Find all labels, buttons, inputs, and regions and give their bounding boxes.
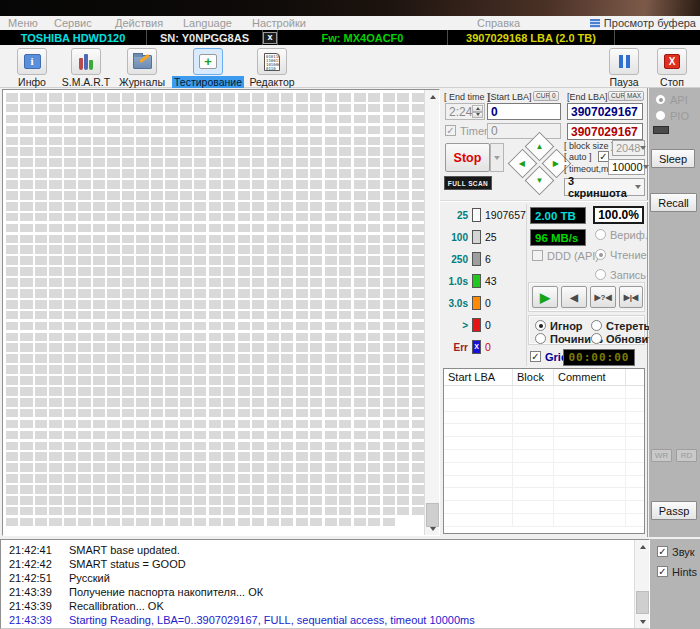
scan-block-cell [49, 235, 61, 244]
scan-block-cell [180, 463, 192, 472]
log-scrollbar[interactable] [634, 540, 649, 628]
menu-item-settings[interactable]: Настройки [248, 17, 310, 29]
scan-block-cell [107, 442, 119, 451]
defect-table-row[interactable] [444, 501, 644, 514]
block-size-select[interactable]: 2048 [612, 140, 645, 156]
scan-block-cell [107, 365, 119, 374]
wr-button[interactable]: WR [651, 449, 672, 462]
scan-block-cell [151, 300, 163, 309]
scan-block-cell [412, 147, 424, 156]
start-lba-zero-button[interactable]: 0 [549, 91, 559, 101]
scan-block-cell [310, 224, 322, 233]
ddd-checkbox[interactable] [532, 250, 543, 261]
start-lba-input[interactable]: 0 [487, 103, 561, 120]
defect-table-row[interactable] [444, 437, 644, 450]
scan-block-cell [35, 431, 47, 440]
defect-table-row[interactable] [444, 476, 644, 489]
scan-block-cell [64, 420, 76, 429]
scan-block-cell [78, 278, 90, 287]
menu-item-service[interactable]: Сервис [50, 17, 96, 29]
scan-block-cell [281, 354, 293, 363]
sleep-button[interactable]: Sleep [651, 149, 695, 168]
reverse-button[interactable]: ◀ [561, 286, 587, 308]
repair-radio[interactable] [535, 333, 546, 344]
write-radio[interactable] [595, 269, 606, 280]
rd-button[interactable]: RD [676, 449, 697, 462]
defect-table-row[interactable] [444, 399, 644, 412]
timer-checkbox[interactable]: ✓ [445, 125, 456, 136]
log-scroll-thumb[interactable] [636, 591, 649, 614]
scroll-down-icon[interactable] [425, 522, 440, 535]
scan-scrollbar[interactable] [424, 90, 439, 535]
pause-button[interactable]: Пауза [601, 48, 647, 88]
passp-button[interactable]: Passp [651, 501, 697, 520]
end-time-spin-buttons[interactable] [472, 105, 483, 118]
scan-block-cell [368, 474, 380, 483]
menu-item-menu[interactable]: Меню [4, 17, 42, 29]
scan-block-cell [64, 365, 76, 374]
defect-table-row[interactable] [444, 412, 644, 425]
play-button[interactable]: ▶ [532, 286, 558, 308]
erase-radio[interactable] [591, 320, 602, 331]
scan-block-cell [180, 180, 192, 189]
defect-table-row[interactable] [444, 424, 644, 437]
scan-block-cell [238, 256, 250, 265]
scan-block-cell [107, 496, 119, 505]
api-radio[interactable] [655, 94, 666, 105]
timeout-select[interactable]: 10000 [608, 159, 645, 175]
screenshots-select[interactable]: 3 скриншота [564, 178, 645, 196]
column-comment[interactable]: Comment [554, 369, 626, 385]
sound-checkbox[interactable]: ✓ [657, 546, 668, 557]
scroll-down-icon[interactable] [635, 615, 650, 628]
scan-block-cell [35, 235, 47, 244]
menu-item-language[interactable]: Language [179, 17, 236, 29]
defect-table[interactable]: Start LBA Block Comment [443, 368, 645, 534]
ignore-radio[interactable] [535, 320, 546, 331]
timer-end-input[interactable]: 3907029167 [567, 123, 643, 140]
scan-block-cell [180, 104, 192, 113]
scan-block-cell [64, 158, 76, 167]
scan-block-cell [49, 245, 61, 254]
testing-button[interactable]: + Тестирование [172, 48, 244, 88]
journals-button[interactable]: Журналы [113, 48, 171, 88]
scan-block-cell [122, 158, 134, 167]
end-time-spinner[interactable]: 2:24 [445, 103, 485, 120]
menu-item-actions[interactable]: Действия [111, 17, 167, 29]
seek-defect-button[interactable]: ▶?◀ [590, 286, 616, 308]
full-scan-button[interactable]: FULL SCAN [444, 176, 492, 190]
scan-block-cell [296, 507, 308, 516]
stop-scan-button[interactable]: Stop [445, 143, 490, 172]
defect-table-row[interactable] [444, 463, 644, 476]
defect-table-row[interactable] [444, 386, 644, 399]
info-button[interactable]: i Инфо [6, 48, 58, 88]
menu-item-help[interactable]: Справка [473, 17, 524, 29]
column-start-lba[interactable]: Start LBA [444, 369, 513, 385]
defect-table-row[interactable] [444, 488, 644, 501]
defect-table-row[interactable] [444, 450, 644, 463]
recall-button[interactable]: Recall [650, 193, 697, 212]
smart-button[interactable]: S.M.A.R.T [56, 48, 116, 88]
end-lba-max-button[interactable]: MAX [624, 91, 644, 101]
pio-radio[interactable] [655, 110, 666, 121]
editor-button[interactable]: 010110 110011 101000 0110 Редактор [243, 48, 301, 88]
stop-tool-button[interactable]: X Стоп [650, 48, 694, 88]
column-block[interactable]: Block [513, 369, 554, 385]
close-icon[interactable]: x [263, 32, 276, 44]
grid-checkbox[interactable]: ✓ [530, 351, 541, 362]
defect-table-row[interactable] [444, 514, 644, 527]
verify-radio[interactable] [595, 229, 606, 240]
seek-end-button[interactable]: ▶|◀ [619, 286, 643, 308]
scan-block-cell [93, 245, 105, 254]
scan-block-cell [209, 158, 221, 167]
hints-checkbox[interactable]: ✓ [657, 566, 668, 577]
scroll-up-icon[interactable] [425, 90, 440, 103]
refresh-radio[interactable] [591, 333, 602, 344]
stop-dropdown-button[interactable] [490, 143, 504, 172]
scan-block-cell [238, 431, 250, 440]
read-radio[interactable] [595, 249, 606, 260]
scan-block-cell [397, 137, 409, 146]
end-lba-input[interactable]: 3907029167 [567, 103, 643, 120]
buffer-view-button[interactable]: Просмотр буфера [590, 17, 696, 29]
scroll-up-icon[interactable] [635, 540, 650, 553]
scan-block-cell [339, 278, 351, 287]
